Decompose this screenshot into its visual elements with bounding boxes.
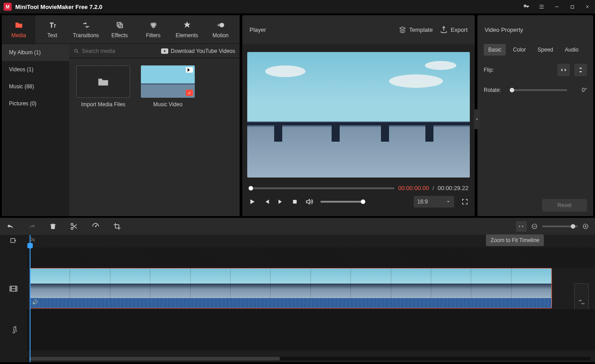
- template-label: Template: [409, 26, 433, 33]
- undo-button[interactable]: [6, 223, 14, 230]
- tab-elements-label: Elements: [175, 32, 198, 39]
- hamburger-menu-icon[interactable]: [538, 3, 546, 11]
- tab-media[interactable]: Media: [2, 15, 35, 43]
- audio-track[interactable]: [27, 309, 595, 351]
- svg-point-5: [151, 24, 155, 28]
- import-media-label: Import Media Files: [81, 101, 126, 108]
- chevron-down-icon: [446, 199, 451, 204]
- import-media-button[interactable]: Import Media Files: [76, 65, 130, 209]
- timeline-panel: Zoom to Fit Timeline 0s: [0, 218, 595, 362]
- tab-media-label: Media: [11, 32, 26, 39]
- tab-transitions[interactable]: Transitions: [69, 15, 103, 43]
- rotate-slider[interactable]: [510, 89, 567, 91]
- volume-slider[interactable]: [320, 201, 365, 203]
- library-category-tabs: Media Text Transitions Effects Filters E…: [2, 15, 240, 44]
- rotate-label: Rotate:: [484, 87, 505, 93]
- seek-slider[interactable]: [249, 187, 394, 189]
- tab-effects[interactable]: Effects: [103, 15, 136, 43]
- library-sidebar: My Album (1) Videos (1) Music (88) Pictu…: [2, 44, 69, 216]
- minimize-icon[interactable]: [553, 3, 561, 11]
- collapse-property-button[interactable]: [474, 109, 480, 129]
- media-library-panel: Media Text Transitions Effects Filters E…: [2, 15, 240, 216]
- flip-horizontal-button[interactable]: [557, 64, 570, 76]
- volume-button[interactable]: [305, 198, 313, 206]
- close-icon[interactable]: [583, 3, 591, 11]
- time-current: 00:00:00.00: [398, 185, 429, 191]
- sidebar-item-videos[interactable]: Videos (1): [2, 61, 69, 78]
- search-icon: [74, 48, 79, 54]
- app-title: MiniTool MovieMaker Free 7.2.0: [15, 4, 522, 10]
- youtube-icon: [161, 48, 168, 54]
- titlebar: M MiniTool MovieMaker Free 7.2.0: [0, 0, 595, 13]
- prop-tab-basic[interactable]: Basic: [484, 44, 506, 56]
- overlay-track[interactable]: [27, 247, 595, 268]
- video-preview[interactable]: [247, 52, 470, 178]
- sidebar-item-pictures[interactable]: Pictures (0): [2, 95, 69, 112]
- tab-filters-label: Filters: [146, 32, 161, 39]
- svg-point-9: [74, 49, 77, 52]
- stop-button[interactable]: [292, 199, 298, 205]
- maximize-icon[interactable]: [568, 3, 576, 11]
- video-type-icon: [186, 67, 193, 73]
- redo-button[interactable]: [28, 223, 36, 230]
- media-item-label: Music Video: [153, 101, 182, 108]
- reset-button[interactable]: Reset: [542, 199, 587, 212]
- split-button[interactable]: [70, 222, 78, 230]
- delete-button[interactable]: [49, 222, 57, 230]
- next-frame-button[interactable]: [277, 198, 284, 205]
- zoom-slider[interactable]: [542, 225, 578, 227]
- download-youtube-button[interactable]: Download YouTube Videos: [161, 48, 235, 54]
- search-input[interactable]: [82, 48, 157, 54]
- svg-rect-17: [11, 238, 15, 243]
- aspect-ratio-value: 16:9: [417, 199, 428, 205]
- zoom-in-button[interactable]: [582, 223, 589, 230]
- zoom-fit-button[interactable]: [516, 221, 527, 232]
- search-media[interactable]: [74, 48, 157, 54]
- svg-rect-11: [293, 200, 297, 204]
- prop-tab-audio[interactable]: Audio: [560, 44, 583, 56]
- export-icon: [440, 26, 448, 34]
- export-button[interactable]: Export: [440, 26, 468, 34]
- prev-frame-button[interactable]: [263, 198, 270, 205]
- prop-tab-speed[interactable]: Speed: [533, 44, 558, 56]
- tab-elements[interactable]: Elements: [170, 15, 204, 43]
- add-track-button[interactable]: [0, 235, 27, 247]
- aspect-ratio-select[interactable]: 16:9: [414, 196, 454, 208]
- tab-text-label: Text: [47, 32, 57, 39]
- time-total: 00:00:29.22: [438, 185, 468, 191]
- playhead[interactable]: [30, 235, 31, 362]
- svg-rect-0: [571, 5, 573, 8]
- clip-audio-icon: 🔊: [32, 299, 38, 305]
- tab-effects-label: Effects: [111, 32, 127, 39]
- tab-motion[interactable]: Motion: [204, 15, 237, 43]
- player-title: Player: [249, 26, 391, 33]
- audio-track-icon: [0, 309, 27, 351]
- download-youtube-label: Download YouTube Videos: [171, 48, 235, 54]
- flip-vertical-button[interactable]: [574, 64, 587, 76]
- media-item-musicvideo[interactable]: ✓ Music Video: [141, 65, 195, 209]
- zoom-out-button[interactable]: [531, 223, 538, 230]
- prop-tab-color[interactable]: Color: [508, 44, 530, 56]
- tab-transitions-label: Transitions: [73, 32, 99, 39]
- template-button[interactable]: Template: [398, 26, 433, 34]
- crop-button[interactable]: [113, 222, 121, 230]
- property-title: Video Property: [477, 15, 593, 44]
- speed-button[interactable]: [92, 222, 100, 230]
- video-property-panel: Video Property Basic Color Speed Audio F…: [477, 15, 593, 216]
- tab-filters[interactable]: Filters: [136, 15, 170, 43]
- sidebar-item-music[interactable]: Music (88): [2, 78, 69, 95]
- video-clip[interactable]: 🔊: [30, 268, 552, 308]
- fullscreen-button[interactable]: [461, 198, 468, 205]
- zoom-fit-tooltip: Zoom to Fit Timeline: [486, 234, 544, 246]
- sidebar-item-myalbum[interactable]: My Album (1): [2, 44, 69, 61]
- license-key-icon[interactable]: [522, 3, 530, 11]
- export-label: Export: [451, 26, 468, 33]
- app-logo: M: [4, 3, 12, 11]
- overlay-track-header: [0, 247, 27, 268]
- timeline-scrollbar[interactable]: [27, 357, 591, 360]
- video-track-icon: [0, 268, 27, 309]
- play-button[interactable]: [249, 198, 256, 205]
- tab-text[interactable]: Text: [35, 15, 69, 43]
- folder-icon: [97, 77, 109, 87]
- template-icon: [398, 26, 407, 34]
